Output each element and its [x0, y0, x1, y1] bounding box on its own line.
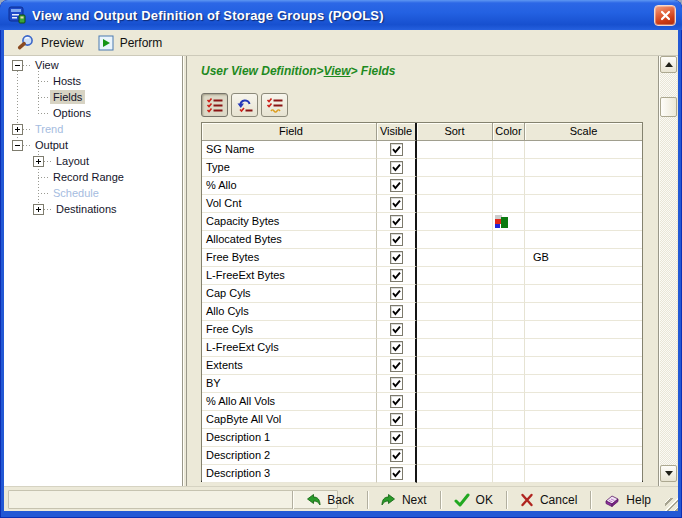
color-cell[interactable] — [493, 159, 525, 177]
sort-cell[interactable] — [417, 339, 493, 357]
scale-cell[interactable] — [525, 393, 642, 411]
scale-cell[interactable] — [525, 159, 642, 177]
scale-cell[interactable] — [525, 303, 642, 321]
visible-checkbox[interactable] — [390, 377, 403, 390]
sort-cell[interactable] — [417, 411, 493, 429]
color-cell[interactable] — [493, 447, 525, 465]
help-button[interactable]: Help — [592, 487, 663, 512]
visible-checkbox[interactable] — [390, 305, 403, 318]
visible-checkbox[interactable] — [390, 197, 403, 210]
tree-item-schedule[interactable]: Schedule — [4, 185, 182, 201]
color-cell[interactable] — [493, 177, 525, 195]
tree-item-fields[interactable]: Fields — [4, 89, 182, 105]
sort-cell[interactable] — [417, 447, 493, 465]
color-cell[interactable] — [493, 339, 525, 357]
visible-checkbox[interactable] — [390, 287, 403, 300]
sort-cell[interactable] — [417, 141, 493, 159]
sort-cell[interactable] — [417, 249, 493, 267]
visible-checkbox[interactable] — [390, 251, 403, 264]
visible-checkbox[interactable] — [390, 143, 403, 156]
sort-cell[interactable] — [417, 285, 493, 303]
visible-checkbox[interactable] — [390, 323, 403, 336]
color-cell[interactable] — [493, 303, 525, 321]
scale-cell[interactable] — [525, 321, 642, 339]
color-cell[interactable] — [493, 321, 525, 339]
scale-cell[interactable] — [525, 339, 642, 357]
visible-checkbox[interactable] — [390, 269, 403, 282]
scale-cell[interactable] — [525, 177, 642, 195]
color-cell[interactable] — [493, 429, 525, 447]
sort-cell[interactable] — [417, 195, 493, 213]
color-cell[interactable] — [493, 411, 525, 429]
sort-cell[interactable] — [417, 303, 493, 321]
sort-cell[interactable] — [417, 375, 493, 393]
visible-checkbox[interactable] — [390, 449, 403, 462]
next-button[interactable]: Next — [369, 487, 439, 512]
color-cell[interactable] — [493, 231, 525, 249]
check-all-fields-button[interactable] — [201, 93, 228, 117]
scale-cell[interactable] — [525, 141, 642, 159]
sort-cell[interactable] — [417, 465, 493, 483]
close-button[interactable] — [654, 5, 676, 26]
scroll-down-button[interactable] — [660, 465, 677, 482]
color-cell[interactable] — [493, 195, 525, 213]
sort-cell[interactable] — [417, 357, 493, 375]
scale-cell[interactable] — [525, 375, 642, 393]
resize-grip[interactable] — [665, 498, 678, 511]
tree-item-destinations[interactable]: Destinations — [4, 201, 182, 217]
expand-icon[interactable] — [12, 124, 23, 135]
sort-cell[interactable] — [417, 429, 493, 447]
scale-cell[interactable] — [525, 195, 642, 213]
color-cell[interactable] — [493, 267, 525, 285]
perform-button[interactable]: Perform — [91, 33, 170, 53]
scale-cell[interactable] — [525, 213, 642, 231]
sort-cell[interactable] — [417, 321, 493, 339]
color-cell[interactable] — [493, 375, 525, 393]
color-cell[interactable] — [493, 141, 525, 159]
scale-cell[interactable] — [525, 231, 642, 249]
sort-cell[interactable] — [417, 231, 493, 249]
sort-cell[interactable] — [417, 393, 493, 411]
visible-checkbox[interactable] — [390, 359, 403, 372]
visible-checkbox[interactable] — [390, 413, 403, 426]
sort-cell[interactable] — [417, 177, 493, 195]
breadcrumb-view-link[interactable]: View — [324, 64, 351, 78]
tree-item-layout[interactable]: Layout — [4, 153, 182, 169]
scale-cell[interactable] — [525, 411, 642, 429]
scale-cell[interactable] — [525, 357, 642, 375]
tree-item-record-range[interactable]: Record Range — [4, 169, 182, 185]
color-cell[interactable] — [493, 213, 525, 231]
tree-item-hosts[interactable]: Hosts — [4, 73, 182, 89]
expand-icon[interactable] — [33, 156, 44, 167]
sort-cell[interactable] — [417, 213, 493, 231]
color-cell[interactable] — [493, 393, 525, 411]
reset-field-selection-button[interactable] — [231, 93, 258, 117]
visible-checkbox[interactable] — [390, 395, 403, 408]
default-field-selection-button[interactable] — [261, 93, 288, 117]
tree-item-view[interactable]: View — [4, 57, 182, 73]
scale-cell[interactable] — [525, 267, 642, 285]
sort-cell[interactable] — [417, 159, 493, 177]
scale-cell[interactable] — [525, 465, 642, 483]
visible-checkbox[interactable] — [390, 179, 403, 192]
collapse-icon[interactable] — [12, 60, 23, 71]
collapse-icon[interactable] — [12, 140, 23, 151]
scale-cell[interactable]: GB — [525, 249, 642, 267]
visible-checkbox[interactable] — [390, 341, 403, 354]
visible-checkbox[interactable] — [390, 431, 403, 444]
color-cell[interactable] — [493, 249, 525, 267]
sort-cell[interactable] — [417, 267, 493, 285]
scale-cell[interactable] — [525, 447, 642, 465]
tree-item-output[interactable]: Output — [4, 137, 182, 153]
cancel-button[interactable]: Cancel — [508, 487, 589, 512]
expand-icon[interactable] — [33, 204, 44, 215]
scrollbar-thumb[interactable] — [660, 97, 677, 117]
scale-cell[interactable] — [525, 429, 642, 447]
scale-cell[interactable] — [525, 285, 642, 303]
visible-checkbox[interactable] — [390, 161, 403, 174]
visible-checkbox[interactable] — [390, 467, 403, 480]
color-cell[interactable] — [493, 465, 525, 483]
ok-button[interactable]: OK — [442, 487, 505, 512]
visible-checkbox[interactable] — [390, 233, 403, 246]
scroll-up-button[interactable] — [660, 56, 677, 73]
